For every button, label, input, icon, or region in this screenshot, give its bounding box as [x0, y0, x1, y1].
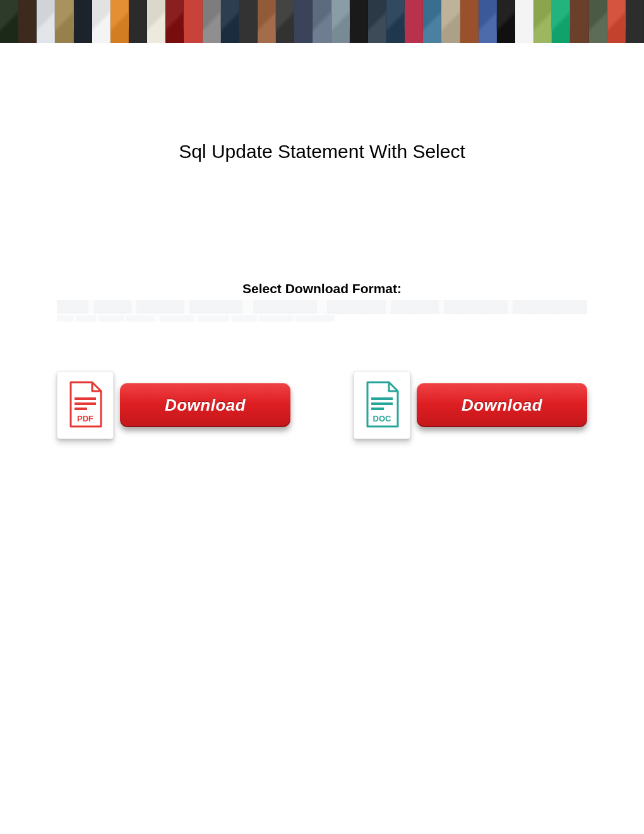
banner-thumb	[37, 0, 55, 43]
top-banner-collage	[0, 0, 644, 43]
banner-thumb	[184, 0, 202, 43]
banner-thumb	[626, 0, 644, 43]
download-pdf-group[interactable]: PDF Download	[57, 371, 290, 439]
banner-thumb	[331, 0, 350, 43]
banner-thumb	[18, 0, 37, 43]
banner-thumb	[55, 0, 73, 43]
pdf-icon: PDF	[67, 381, 104, 429]
banner-thumb	[258, 0, 276, 43]
banner-thumb	[479, 0, 497, 43]
banner-thumb	[221, 0, 239, 43]
download-button-label: Download	[165, 396, 246, 415]
download-button-label: Download	[462, 396, 542, 415]
pdf-file-card: PDF	[57, 371, 114, 439]
svg-rect-4	[371, 402, 393, 405]
download-doc-group[interactable]: DOC Download	[354, 371, 587, 439]
svg-rect-2	[75, 408, 87, 410]
banner-thumb	[203, 0, 221, 43]
banner-thumb	[405, 0, 423, 43]
banner-thumb	[423, 0, 441, 43]
banner-thumb	[294, 0, 313, 43]
banner-thumb	[607, 0, 626, 43]
banner-thumb	[534, 0, 552, 43]
placeholder-text-line	[57, 300, 587, 314]
banner-thumb	[92, 0, 110, 43]
placeholder-text-line	[57, 315, 335, 322]
banner-thumb	[460, 0, 479, 43]
banner-thumb	[441, 0, 460, 43]
svg-rect-3	[371, 397, 393, 400]
download-options: PDF Download DOC Download	[57, 371, 587, 439]
pdf-label: PDF	[77, 414, 93, 423]
doc-file-card: DOC	[354, 371, 410, 439]
banner-thumb	[74, 0, 92, 43]
doc-icon: DOC	[364, 381, 400, 429]
banner-thumb	[165, 0, 184, 43]
banner-thumb	[386, 0, 405, 43]
format-label: Select Download Format:	[0, 281, 644, 296]
banner-thumb	[368, 0, 386, 43]
svg-rect-1	[75, 402, 96, 405]
banner-thumb	[552, 0, 570, 43]
banner-thumb	[313, 0, 331, 43]
banner-thumb	[239, 0, 258, 43]
banner-thumb	[570, 0, 588, 43]
banner-thumb	[497, 0, 515, 43]
svg-rect-0	[75, 397, 96, 400]
doc-label: DOC	[373, 414, 392, 423]
banner-thumb	[129, 0, 147, 43]
banner-thumb	[589, 0, 607, 43]
banner-thumb	[110, 0, 129, 43]
banner-thumb	[515, 0, 534, 43]
page-title: Sql Update Statement With Select	[0, 141, 644, 162]
banner-thumb	[0, 0, 18, 43]
banner-thumb	[350, 0, 368, 43]
download-pdf-button[interactable]: Download	[120, 383, 290, 427]
svg-rect-5	[371, 408, 384, 410]
banner-thumb	[276, 0, 294, 43]
banner-thumb	[147, 0, 165, 43]
download-doc-button[interactable]: Download	[417, 383, 587, 427]
